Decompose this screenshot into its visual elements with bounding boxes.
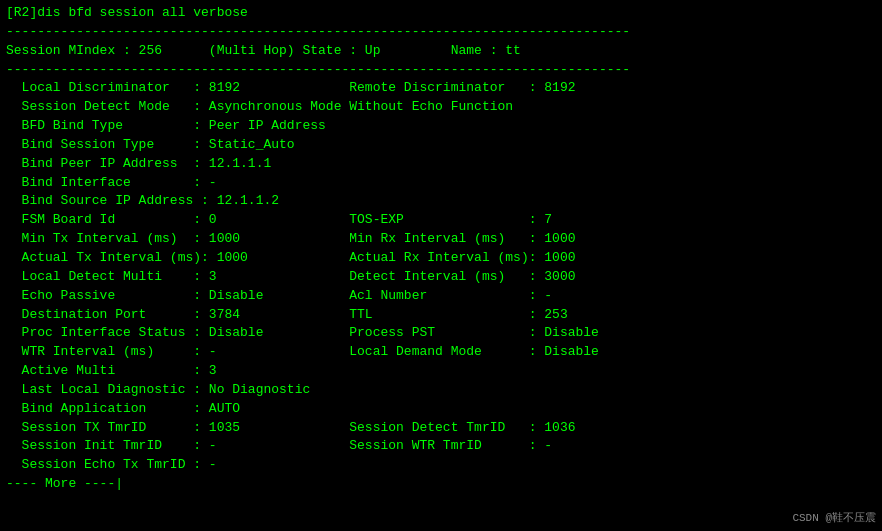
output-line: Active Multi : 3 [6,362,876,381]
output-line: ---- More ----| [6,475,876,494]
output-line: Session Detect Mode : Asynchronous Mode … [6,98,876,117]
command-line: [R2]dis bfd session all verbose [6,4,876,23]
watermark: CSDN @鞋不压震 [792,510,876,525]
output-line: Bind Source IP Address : 12.1.1.2 [6,192,876,211]
output-line: Actual Tx Interval (ms): 1000 Actual Rx … [6,249,876,268]
output-line: Last Local Diagnostic : No Diagnostic [6,381,876,400]
session-header: Session MIndex : 256 (Multi Hop) State :… [6,42,876,61]
output-lines: Local Discriminator : 8192 Remote Discri… [6,79,876,494]
output-line: Session Init TmrID : - Session WTR TmrID… [6,437,876,456]
output-line: Bind Peer IP Address : 12.1.1.1 [6,155,876,174]
output-line: Echo Passive : Disable Acl Number : - [6,287,876,306]
output-line: Local Discriminator : 8192 Remote Discri… [6,79,876,98]
output-line: Bind Application : AUTO [6,400,876,419]
output-line: FSM Board Id : 0 TOS-EXP : 7 [6,211,876,230]
output-line: Local Detect Multi : 3 Detect Interval (… [6,268,876,287]
divider-2: ----------------------------------------… [6,61,876,80]
output-line: BFD Bind Type : Peer IP Address [6,117,876,136]
output-line: Destination Port : 3784 TTL : 253 [6,306,876,325]
divider-1: ----------------------------------------… [6,23,876,42]
output-line: Bind Interface : - [6,174,876,193]
output-line: WTR Interval (ms) : - Local Demand Mode … [6,343,876,362]
output-line: Proc Interface Status : Disable Process … [6,324,876,343]
terminal-window: [R2]dis bfd session all verbose --------… [0,0,882,531]
output-line: Session Echo Tx TmrID : - [6,456,876,475]
output-line: Session TX TmrID : 1035 Session Detect T… [6,419,876,438]
output-line: Min Tx Interval (ms) : 1000 Min Rx Inter… [6,230,876,249]
output-line: Bind Session Type : Static_Auto [6,136,876,155]
